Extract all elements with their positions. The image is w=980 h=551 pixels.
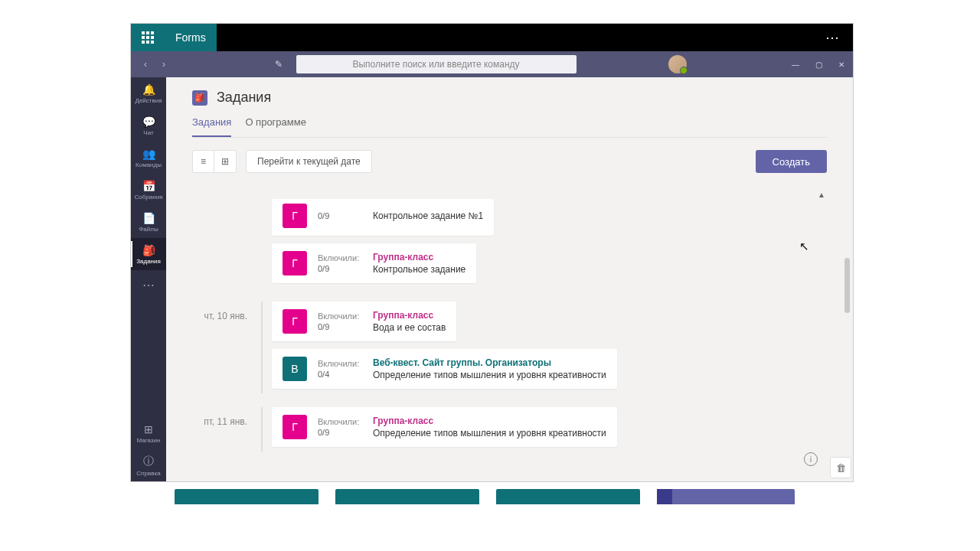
store-icon: ⊞ — [144, 423, 153, 435]
assignment-card[interactable]: Г 0/9 Контрольное задание №1 — [272, 199, 494, 236]
bottom-cards-strip — [175, 489, 795, 504]
included-label: Включили: — [318, 311, 362, 321]
date-label — [192, 199, 247, 208]
assignment-card[interactable]: В Включили:0/4 Веб-квест. Сайт группы. О… — [272, 349, 617, 389]
content-area: 🎒 Задания Задания О программе ≡ ⊞ Перейт… — [166, 51, 853, 481]
bottom-card[interactable] — [175, 489, 318, 504]
calendar-icon: 📅 — [142, 180, 155, 192]
window-close-icon[interactable]: ✕ — [830, 51, 853, 77]
included-label: Включили: — [318, 417, 362, 426]
rail-chat[interactable]: 💬Чат — [131, 109, 166, 142]
scrollbar-thumb[interactable] — [844, 258, 850, 313]
tab-assignments[interactable]: Задания — [192, 116, 231, 137]
nav-back-icon[interactable]: ‹ — [137, 56, 154, 73]
assignments-icon: 🎒 — [142, 244, 155, 256]
page-title: Задания — [217, 90, 271, 106]
included-label: Включили: — [318, 359, 362, 368]
team-avatar: Г — [283, 415, 307, 439]
window-maximize-icon[interactable]: ▢ — [807, 51, 830, 77]
nav-forward-icon[interactable]: › — [155, 56, 172, 73]
team-avatar: Г — [283, 251, 307, 276]
rail-activity[interactable]: 🔔Действия — [131, 77, 166, 109]
date-label: пт, 11 янв. — [192, 407, 247, 427]
bottom-card[interactable] — [335, 489, 479, 504]
rail-store[interactable]: ⊞Магазин — [131, 417, 166, 449]
compose-icon[interactable]: ✎ — [270, 56, 287, 73]
assignment-card[interactable]: Г Включили:0/9 Группа-классКонтрольное з… — [272, 243, 476, 283]
assignments-list: Г 0/9 Контрольное задание №1 Г Включили:… — [166, 185, 853, 467]
rail-teams[interactable]: 👥Команды — [131, 142, 166, 174]
help-icon: ⓘ — [143, 455, 154, 468]
assignment-card[interactable]: Г Включили:0/9 Группа-классОпределение т… — [272, 407, 617, 447]
rail-more-icon[interactable]: ⋯ — [142, 270, 155, 300]
progress-count: 0/9 — [318, 322, 362, 331]
search-placeholder: Выполните поиск или введите команду — [352, 59, 519, 70]
chat-icon: 💬 — [142, 116, 155, 128]
assignment-title: Определение типов мышления и уровня креа… — [373, 428, 606, 439]
assignment-card[interactable]: Г Включили:0/9 Группа-классВода и ее сос… — [272, 302, 456, 341]
trash-icon[interactable]: 🗑 — [830, 457, 851, 478]
rail-files[interactable]: 📄Файлы — [131, 206, 166, 238]
office-suite-bar: Forms ⋯ — [131, 24, 853, 51]
rail-meetings[interactable]: 📅Собрания — [131, 174, 166, 206]
files-icon: 📄 — [142, 212, 155, 224]
progress-count: 0/9 — [318, 264, 362, 273]
assignment-title: Контрольное задание — [373, 264, 466, 275]
group-name: Группа-класс — [373, 416, 606, 426]
app-window: Forms ⋯ ‹ › ✎ Выполните поиск или введит… — [130, 23, 854, 482]
date-label: чт, 10 янв. — [192, 302, 247, 321]
included-label: Включили: — [318, 253, 362, 262]
user-avatar[interactable] — [668, 55, 687, 73]
team-avatar: В — [283, 357, 307, 381]
teams-icon: 👥 — [142, 148, 155, 160]
assignment-title: Контрольное задание №1 — [373, 210, 483, 221]
search-input[interactable]: Выполните поиск или введите команду — [296, 55, 577, 73]
progress-count: 0/9 — [318, 428, 362, 437]
suite-more-icon[interactable]: ⋯ — [813, 29, 853, 46]
progress-count: 0/9 — [318, 211, 362, 220]
team-avatar: Г — [283, 204, 307, 228]
team-avatar: Г — [283, 309, 307, 334]
window-minimize-icon[interactable]: — — [784, 51, 807, 77]
group-name: Группа-класс — [373, 252, 466, 262]
rail-help[interactable]: ⓘСправка — [131, 449, 166, 481]
grid-view-icon[interactable]: ⊞ — [214, 151, 236, 172]
bottom-card[interactable] — [496, 489, 640, 504]
jump-to-today-button[interactable]: Перейти к текущей дате — [246, 150, 372, 173]
toolbar: ≡ ⊞ Перейти к текущей дате Создать — [166, 138, 853, 185]
create-button[interactable]: Создать — [756, 150, 827, 173]
group-name: Веб-квест. Сайт группы. Организаторы — [373, 357, 606, 368]
left-nav-rail: 🔔Действия 💬Чат 👥Команды 📅Собрания 📄Файлы… — [131, 51, 166, 481]
list-view-icon[interactable]: ≡ — [193, 151, 214, 172]
group-name: Группа-класс — [373, 310, 446, 321]
assignments-app-icon: 🎒 — [192, 90, 207, 106]
assignment-title: Определение типов мышления и уровня креа… — [373, 370, 606, 380]
bell-icon: 🔔 — [142, 83, 155, 96]
teams-title-bar: ‹ › ✎ Выполните поиск или введите команд… — [131, 51, 853, 77]
rail-assignments[interactable]: 🎒Задания — [131, 238, 166, 270]
forms-brand-label[interactable]: Forms — [165, 24, 217, 51]
content-tabs: Задания О программе — [192, 116, 827, 138]
progress-count: 0/4 — [318, 370, 362, 379]
tab-about[interactable]: О программе — [245, 116, 306, 137]
info-icon[interactable]: i — [804, 452, 818, 466]
assignment-title: Вода и ее состав — [373, 322, 446, 333]
bottom-card[interactable] — [657, 489, 795, 504]
app-launcher-icon[interactable] — [131, 24, 165, 51]
